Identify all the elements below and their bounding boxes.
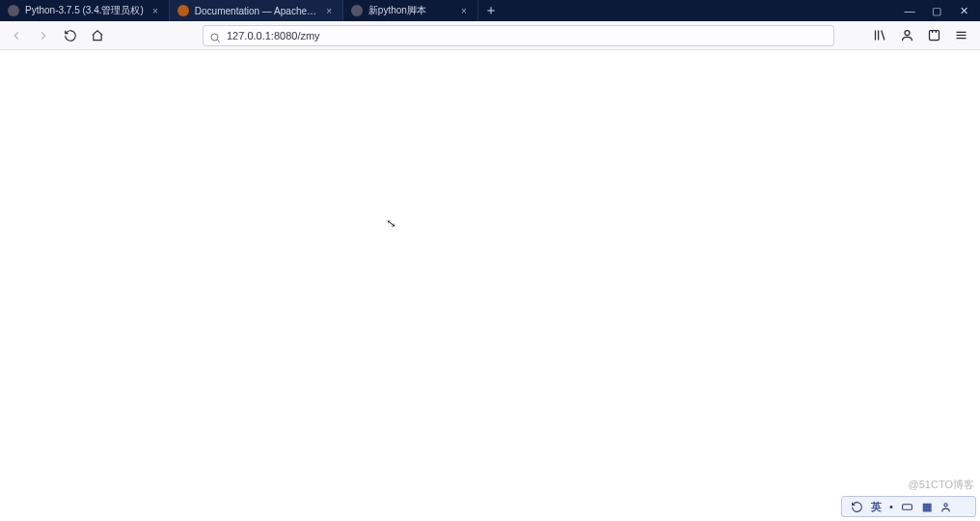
close-icon[interactable]: × bbox=[324, 6, 335, 16]
window-controls: — ▢ ✕ bbox=[893, 0, 980, 21]
tab-favicon bbox=[177, 5, 189, 16]
tab-2[interactable]: 新python脚本 × bbox=[343, 0, 478, 21]
page-viewport: ⤡ bbox=[0, 50, 980, 521]
tab-favicon bbox=[8, 5, 19, 16]
home-button[interactable] bbox=[89, 27, 106, 44]
tab-title: Python-3.7.5 (3.4.管理员权) bbox=[25, 4, 144, 17]
svg-point-2 bbox=[905, 31, 910, 36]
reload-button[interactable] bbox=[62, 27, 79, 44]
search-icon bbox=[209, 30, 221, 41]
ime-toolbar[interactable]: 英 • ▦ bbox=[841, 496, 976, 517]
close-icon[interactable]: × bbox=[150, 6, 161, 16]
ime-separator: • bbox=[889, 501, 893, 512]
keyboard-icon[interactable] bbox=[901, 500, 914, 513]
url-input[interactable] bbox=[227, 30, 828, 41]
svg-rect-3 bbox=[929, 31, 939, 41]
tab-strip: Python-3.7.5 (3.4.管理员权) × Documentation … bbox=[0, 0, 980, 21]
tab-0[interactable]: Python-3.7.5 (3.4.管理员权) × bbox=[0, 0, 170, 21]
tab-1[interactable]: Documentation — Apache K… × bbox=[170, 0, 343, 21]
window-close-button[interactable]: ✕ bbox=[957, 5, 970, 17]
person-icon[interactable] bbox=[939, 500, 953, 513]
forward-button[interactable] bbox=[35, 27, 52, 44]
browser-toolbar bbox=[0, 21, 980, 50]
address-bar[interactable] bbox=[203, 25, 834, 46]
ime-tools-icon[interactable]: ▦ bbox=[922, 501, 932, 513]
mouse-cursor-icon: ⤡ bbox=[386, 216, 396, 231]
new-tab-button[interactable]: ＋ bbox=[478, 0, 504, 21]
watermark-text: @51CTO博客 bbox=[909, 478, 974, 492]
menu-icon[interactable] bbox=[953, 28, 968, 43]
window-minimize-button[interactable]: — bbox=[903, 5, 916, 16]
tab-title: 新python脚本 bbox=[368, 4, 452, 17]
extensions-icon[interactable] bbox=[926, 28, 941, 43]
tab-title: Documentation — Apache K… bbox=[195, 6, 318, 16]
svg-line-1 bbox=[217, 40, 219, 41]
toolbar-right bbox=[872, 28, 972, 43]
library-icon[interactable] bbox=[872, 28, 887, 43]
tabstrip-spacer bbox=[504, 0, 893, 21]
svg-point-0 bbox=[211, 34, 218, 41]
window-maximize-button[interactable]: ▢ bbox=[930, 5, 943, 17]
svg-point-11 bbox=[944, 503, 947, 506]
svg-rect-7 bbox=[903, 504, 912, 508]
tab-favicon bbox=[351, 5, 363, 16]
ime-language-label[interactable]: 英 bbox=[871, 500, 882, 514]
account-icon[interactable] bbox=[899, 28, 914, 43]
back-button[interactable] bbox=[8, 27, 25, 44]
close-icon[interactable]: × bbox=[458, 6, 470, 16]
refresh-icon[interactable] bbox=[850, 500, 863, 513]
